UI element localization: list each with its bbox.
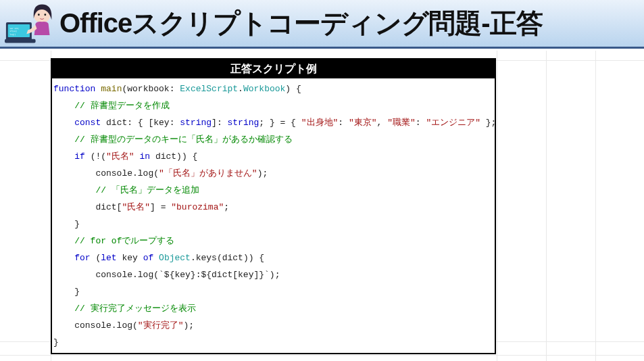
code-token: ExcelScript [180, 84, 238, 94]
code-line: // 実行完了メッセージを表示 [53, 300, 491, 317]
code-token [53, 185, 95, 195]
code-token: : [416, 118, 426, 128]
code-token [53, 151, 74, 162]
code-token: // 辞書型データを作成 [74, 101, 169, 111]
code-token: ]: [212, 118, 227, 128]
code-line: console.log(`${key}:${dict[key]}`); [53, 266, 491, 283]
svg-text:var x=1;: var x=1; [10, 26, 20, 29]
code-line: // for ofでループする [53, 233, 491, 249]
code-line: } [53, 216, 491, 233]
code-line: function main(workbook: ExcelScript.Work… [53, 80, 491, 97]
code-token [53, 253, 74, 263]
code-line: for (let key of Object.keys(dict)) { [53, 249, 491, 266]
code-token: , [377, 118, 388, 128]
code-line: if (!("氏名" in dict)) { [53, 148, 491, 165]
code-token: if [74, 151, 85, 162]
code-token: }; [480, 118, 496, 128]
code-token: "東京" [349, 118, 377, 128]
code-token: // 「氏名」データを追加 [95, 185, 199, 195]
avatar-illustration: var x=1; if(a){ log() [4, 2, 57, 45]
code-token: (!( [85, 151, 106, 162]
code-line: const dict: { [key: string]: string; } =… [53, 114, 491, 131]
code-line: // 辞書型データを作成 [53, 97, 491, 114]
page-header: var x=1; if(a){ log() Officeスクリプトコーディング問… [0, 0, 644, 49]
svg-text:log(): log() [10, 33, 16, 36]
code-token: for [74, 253, 90, 263]
code-token: dict[ [53, 202, 122, 212]
code-token: console.log( [53, 320, 138, 331]
code-token: in [139, 151, 150, 162]
code-token: ] = [150, 202, 171, 212]
code-token: ); [183, 320, 194, 331]
code-token: ) { [285, 84, 301, 94]
code-example-box: 正答スクリプト例 function main(workbook: ExcelSc… [51, 58, 496, 354]
code-token: "氏名" [122, 202, 150, 212]
code-token: // 辞書型のデータのキーに「氏名」があるか確認する [74, 135, 292, 145]
svg-point-7 [38, 14, 40, 16]
code-line: console.log("実行完了"); [53, 317, 491, 334]
code-token: : [338, 118, 349, 128]
code-token: key [117, 253, 143, 263]
code-token: } [53, 219, 80, 229]
code-line: } [53, 334, 491, 351]
code-token: } [53, 337, 59, 347]
code-line: console.log("「氏名」がありません"); [53, 165, 491, 182]
code-token: "出身地" [301, 118, 339, 128]
code-token: console.log( [53, 168, 159, 178]
code-token [53, 101, 74, 111]
code-token: function [53, 84, 95, 94]
code-line: // 「氏名」データを追加 [53, 182, 491, 199]
code-token: let [101, 253, 116, 263]
code-token: "氏名" [106, 151, 134, 162]
code-token: ( [91, 253, 101, 263]
page-title: Officeスクリプトコーディング問題-正答 [59, 5, 543, 42]
code-line: } [53, 283, 491, 300]
code-line: // 辞書型のデータのキーに「氏名」があるか確認する [53, 131, 491, 148]
code-token: main [101, 84, 122, 94]
code-box-header: 正答スクリプト例 [52, 59, 495, 78]
code-token: ); [257, 168, 268, 178]
code-token: . [238, 84, 243, 94]
code-token [53, 236, 74, 246]
code-token: ; } = { [259, 118, 301, 128]
code-token: (workbook: [122, 84, 180, 94]
code-token: string [180, 118, 212, 128]
code-token: "「氏名」がありません" [159, 168, 257, 178]
code-body: function main(workbook: ExcelScript.Work… [52, 78, 495, 353]
code-token: Workbook [243, 84, 285, 94]
code-token: ; [224, 202, 229, 212]
code-token: Object [159, 253, 191, 263]
code-token: dict: { [key: [101, 118, 180, 128]
code-token: } [53, 287, 80, 297]
svg-text:if(a){: if(a){ [10, 30, 18, 32]
svg-rect-5 [5, 39, 36, 43]
code-token: const [74, 118, 101, 128]
code-token: dict)) { [150, 151, 197, 162]
code-token: console.log(`${key}:${dict[key]}`); [53, 270, 280, 280]
code-token [53, 118, 74, 128]
code-token: string [227, 118, 259, 128]
code-token: "職業" [387, 118, 416, 128]
code-token [53, 304, 74, 314]
code-token [153, 253, 159, 263]
code-token: // 実行完了メッセージを表示 [74, 304, 195, 314]
code-token [53, 135, 74, 145]
code-line: dict["氏名"] = "burozima"; [53, 199, 491, 216]
code-token: "エンジニア" [426, 118, 480, 128]
code-token: of [143, 253, 154, 263]
code-token: .keys(dict)) { [191, 253, 264, 263]
code-token: "実行完了" [138, 320, 184, 331]
code-token: // for ofでループする [74, 236, 174, 246]
svg-point-8 [44, 14, 46, 16]
code-token: "burozima" [171, 202, 224, 212]
